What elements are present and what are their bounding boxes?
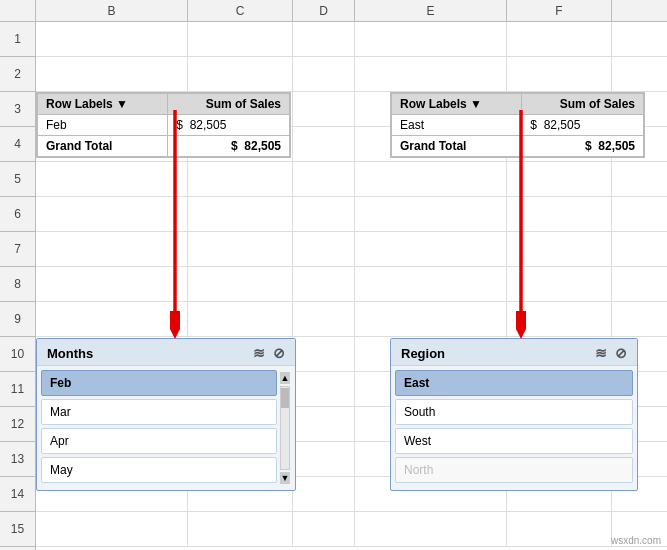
- col-headers: B C D E F: [0, 0, 667, 22]
- row-2: 2: [0, 57, 35, 92]
- slicer-region-header: Region ≋ ⊘: [391, 339, 637, 366]
- row-3: 3: [0, 92, 35, 127]
- scroll-down-btn[interactable]: ▼: [280, 472, 290, 484]
- slicer-months-scrollbar[interactable]: ▲ ▼: [279, 370, 291, 486]
- slicer-months: Months ≋ ⊘ Feb Mar Apr May ▲ ▼: [36, 338, 296, 491]
- pivot-right-header2: Sum of Sales: [522, 94, 644, 115]
- watermark: wsxdn.com: [611, 535, 661, 546]
- slicer-region: Region ≋ ⊘ East South West North: [390, 338, 638, 491]
- row-11: 11: [0, 372, 35, 407]
- pivot-right-header1: Row Labels ▼: [392, 94, 522, 115]
- slicer-months-items: Feb Mar Apr May: [41, 370, 277, 486]
- pivot-left-header1: Row Labels ▼: [38, 94, 168, 115]
- slicer-clear-filter-icon[interactable]: ⊘: [273, 345, 285, 361]
- scroll-up-btn[interactable]: ▲: [280, 372, 290, 384]
- row-headers: 1 2 3 4 5 6 7 8 9 10 11 12 13 14 15: [0, 22, 36, 550]
- pivot-left-total-currency: $: [231, 139, 238, 153]
- pivot-left-total-value: 82,505: [244, 139, 281, 153]
- corner-cell: [0, 0, 36, 21]
- row-14: 14: [0, 477, 35, 512]
- slicer-region-title: Region: [401, 346, 445, 361]
- slicer-multiselect-icon[interactable]: ≋: [253, 345, 265, 361]
- pivot-right-data-row: East $ 82,505: [392, 115, 644, 136]
- pivot-left-currency: $: [176, 118, 183, 132]
- pivot-table-right: Row Labels ▼ Sum of Sales East $ 82,505 …: [390, 92, 645, 158]
- slicer-region-multiselect-icon[interactable]: ≋: [595, 345, 607, 361]
- row-1: 1: [0, 22, 35, 57]
- filter-icon-right[interactable]: ▼: [470, 97, 482, 111]
- pivot-left-data-row: Feb $ 82,505: [38, 115, 290, 136]
- pivot-left-total-row: Grand Total $ 82,505: [38, 136, 290, 157]
- slicer-months-icons: ≋ ⊘: [253, 345, 285, 361]
- pivot-right-total-label: Grand Total: [392, 136, 522, 157]
- slicer-region-item-east[interactable]: East: [395, 370, 633, 396]
- row-6: 6: [0, 197, 35, 232]
- pivot-right-total-currency: $: [585, 139, 592, 153]
- spreadsheet: B C D E F 1 2 3 4 5 6 7 8 9 10 11 12 13 …: [0, 0, 667, 550]
- pivot-left-total-label: Grand Total: [38, 136, 168, 157]
- pivot-left-header2: Sum of Sales: [168, 94, 290, 115]
- row-9: 9: [0, 302, 35, 337]
- row-8: 8: [0, 267, 35, 302]
- row-7: 7: [0, 232, 35, 267]
- slicer-months-title: Months: [47, 346, 93, 361]
- pivot-right-total-value: 82,505: [598, 139, 635, 153]
- row-12: 12: [0, 407, 35, 442]
- slicer-months-item-mar[interactable]: Mar: [41, 399, 277, 425]
- slicer-region-item-north[interactable]: North: [395, 457, 633, 483]
- col-header-f: F: [507, 0, 612, 21]
- grid-row-1: [36, 22, 667, 57]
- slicer-region-item-south[interactable]: South: [395, 399, 633, 425]
- row-15: 15: [0, 512, 35, 547]
- slicer-region-clear-filter-icon[interactable]: ⊘: [615, 345, 627, 361]
- row-5: 5: [0, 162, 35, 197]
- pivot-left-value: 82,505: [190, 118, 227, 132]
- pivot-right-label: East: [392, 115, 522, 136]
- slicer-months-header: Months ≋ ⊘: [37, 339, 295, 366]
- row-10: 10: [0, 337, 35, 372]
- scroll-track: [280, 386, 290, 470]
- slicer-region-item-west[interactable]: West: [395, 428, 633, 454]
- filter-icon-left[interactable]: ▼: [116, 97, 128, 111]
- col-header-d: D: [293, 0, 355, 21]
- pivot-table-left: Row Labels ▼ Sum of Sales Feb $ 82,505 G…: [36, 92, 291, 158]
- row-4: 4: [0, 127, 35, 162]
- slicer-region-items: East South West North: [395, 370, 633, 486]
- slicer-months-item-may[interactable]: May: [41, 457, 277, 483]
- col-header-c: C: [188, 0, 293, 21]
- slicer-months-item-apr[interactable]: Apr: [41, 428, 277, 454]
- scroll-thumb: [281, 388, 289, 408]
- pivot-right-total-row: Grand Total $ 82,505: [392, 136, 644, 157]
- col-header-b: B: [36, 0, 188, 21]
- slicer-region-icons: ≋ ⊘: [595, 345, 627, 361]
- pivot-right-value: 82,505: [544, 118, 581, 132]
- row-13: 13: [0, 442, 35, 477]
- slicer-region-body: East South West North: [391, 366, 637, 490]
- pivot-right-currency: $: [530, 118, 537, 132]
- slicer-months-item-feb[interactable]: Feb: [41, 370, 277, 396]
- col-header-e: E: [355, 0, 507, 21]
- pivot-left-label: Feb: [38, 115, 168, 136]
- slicer-months-body: Feb Mar Apr May ▲ ▼: [37, 366, 295, 490]
